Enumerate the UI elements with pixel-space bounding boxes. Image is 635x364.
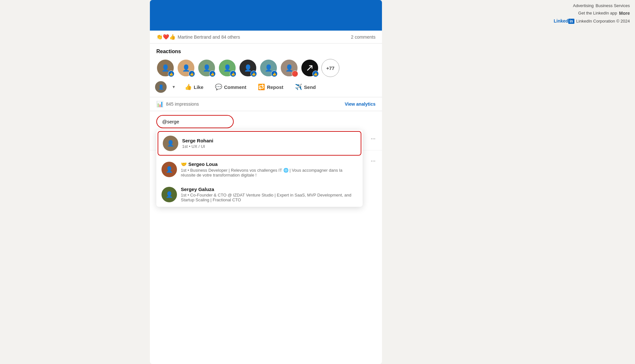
reactions-bar: 👏 ❤️ 👍 Martine Bertrand and 84 others 2 … [150,31,382,43]
like-badge-1: 👍 [168,71,174,77]
suggestion-info-3: Sergey Galuza 1st • Co-Founder & CTO @ I… [181,187,357,202]
action-bar: 👤 ▼ 👍 Like 💬 Comment 🔁 Repost ✈️ Send [150,80,382,97]
advertising-link[interactable]: Advertising [573,3,593,8]
comments-count[interactable]: 2 comments [351,34,376,40]
more-options-dots[interactable]: ··· [371,135,376,142]
reaction-avatar-5[interactable]: 👤 👍 [239,59,257,77]
reactions-avatars: 👤 👍 👤 👍 👤 [156,59,376,77]
reactions-section: Reactions 👤 👍 👤 👍 [150,43,382,80]
comment-icon: 💬 [215,83,222,91]
impressions-left: 📊 845 impressions [156,101,199,108]
send-icon: ✈️ [295,83,302,91]
reaction-avatar-4[interactable]: 👤 👍 [218,59,236,77]
like-badge-2: 👍 [189,71,195,77]
linkedin-copyright: LinkedIn Corporation © 2024 [576,19,630,24]
business-services-link[interactable]: Business Services [596,3,630,8]
like-label: Like [194,84,203,90]
suggestion-info-2: 🤝 Sergeo Loua 1st • Business Developer |… [181,161,357,177]
sidebar-links: Advertising Business Services [537,3,630,8]
more-link[interactable]: More [619,11,630,16]
like-badge-8: 👍 [312,71,319,77]
like-badge-3: 👍 [209,71,216,77]
suggestion-name-1: Serge Rohani [182,138,356,143]
like-emoji: 👍 [169,34,176,40]
linkedin-in: in [568,19,574,24]
sidebar-links-2: Get the LinkedIn app More [537,11,630,16]
send-label: Send [304,84,316,90]
bar-chart-icon: 📊 [156,101,163,108]
current-user-avatar[interactable]: 👤 [155,81,167,93]
reaction-avatar-1[interactable]: 👤 👍 [156,59,174,77]
like-badge-6: 👍 [271,71,278,77]
clap-emoji: 👏 [156,34,163,40]
heart-emoji: ❤️ [163,34,169,40]
repost-button[interactable]: 🔁 Repost [253,81,288,93]
reactions-left: 👏 ❤️ 👍 Martine Bertrand and 84 others [156,34,240,40]
suggestion-name-2: 🤝 Sergeo Loua [181,161,357,167]
reaction-avatar-6[interactable]: 👤 👍 [259,59,278,77]
suggestion-info-1: Serge Rohani 1st • UX / UI [182,138,356,149]
get-app-link[interactable]: Get the LinkedIn app [578,11,617,16]
like-badge-5: 👍 [250,71,257,77]
repost-label: Repost [267,84,283,90]
more-reactions-count[interactable]: +77 [321,59,339,77]
suggestion-meta-2: 1st • Business Developer | Relevons vos … [181,168,357,177]
suggestion-item-3[interactable]: 👤 Sergey Galuza 1st • Co-Founder & CTO @… [156,182,363,207]
repost-icon: 🔁 [258,83,265,91]
linkedin-text: Linked [554,18,568,24]
like-button[interactable]: 👍 Like [180,81,209,93]
like-icon: 👍 [185,83,192,91]
suggestion-avatar-3: 👤 [161,187,177,202]
reaction-avatar-7[interactable]: 👤 ❤️ [280,59,298,77]
suggestion-meta-3: 1st • Co-Founder & CTO @ IZDAT Venture S… [181,193,357,202]
suggestion-meta-1: 1st • UX / UI [182,144,356,149]
linkedin-footer: Linkedin LinkedIn Corporation © 2024 [537,18,630,24]
comment-input-area: @serge 👤 Serge Rohani 1st • UX / UI � [150,111,382,132]
suggestion-name-3: Sergey Galuza [181,187,357,192]
comment-label: Comment [224,84,246,90]
right-sidebar: Advertising Business Services Get the Li… [532,0,635,364]
reactions-text[interactable]: Martine Bertrand and 84 others [178,34,240,40]
comment-button[interactable]: 💬 Comment [210,81,251,93]
heart-badge-7: ❤️ [292,71,298,77]
impressions-count: 845 impressions [166,101,199,107]
suggestion-avatar-1: 👤 [163,136,178,151]
suggestion-item-2[interactable]: 👤 🤝 Sergeo Loua 1st • Business Developer… [156,157,363,182]
like-badge-4: 👍 [230,71,236,77]
send-button[interactable]: ✈️ Send [290,81,321,93]
suggestion-avatar-2: 👤 [161,162,177,177]
suggestion-item-1[interactable]: 👤 Serge Rohani 1st • UX / UI [158,131,361,156]
reaction-icons: 👏 ❤️ 👍 [156,34,176,40]
comment-menu-dots[interactable]: ··· [371,158,376,164]
mention-input-text[interactable]: @serge [162,119,179,124]
reactions-title: Reactions [156,49,376,54]
suggestion-dropdown: 👤 Serge Rohani 1st • UX / UI 👤 🤝 Sergeo … [156,130,363,207]
avatar-dropdown-button[interactable]: ▼ [169,82,178,91]
reaction-avatar-3[interactable]: 👤 👍 [198,59,216,77]
view-analytics-button[interactable]: View analytics [345,101,376,107]
reaction-avatar-8[interactable]: 👍 [301,59,319,77]
comment-input-wrapper[interactable]: @serge [156,115,234,128]
reaction-avatar-2[interactable]: 👤 👍 [177,59,195,77]
post-banner [150,0,382,31]
linkedin-logo: Linkedin [554,18,574,24]
impressions-bar: 📊 845 impressions View analytics [150,97,382,111]
